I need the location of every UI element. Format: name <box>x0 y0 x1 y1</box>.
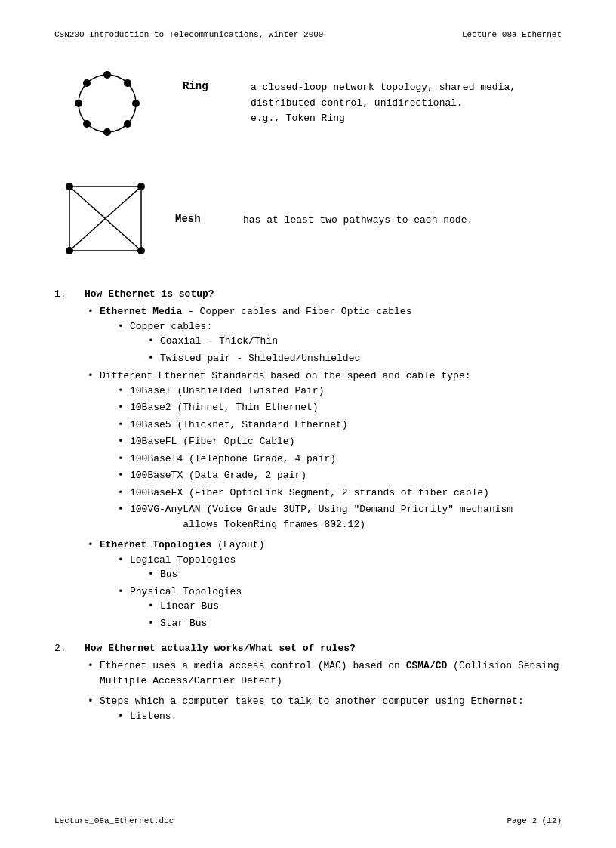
copper-cables-list: Copper cables: Coaxial - Thick/Thin Twis… <box>100 319 562 366</box>
topologies-label: Ethernet Topologies <box>100 539 211 550</box>
standard-100basetx: 100BaseTX (Data Grade, 2 pair) <box>115 468 562 483</box>
mesh-title: Mesh <box>175 213 220 225</box>
mesh-diagram-row: Mesh has at least two pathways to each n… <box>54 175 562 266</box>
standard-10base2: 10Base2 (Thinnet, Thin Ethernet) <box>115 400 562 415</box>
copper-subtypes: Coaxial - Thick/Thin Twisted pair - Shie… <box>130 334 562 365</box>
svg-point-15 <box>66 183 73 190</box>
svg-point-18 <box>137 247 145 254</box>
physical-list: Linear Bus Star Bus <box>130 599 562 631</box>
physical-topologies: Physical Topologies Linear Bus Star Bus <box>115 584 562 631</box>
coaxial-item: Coaxial - Thick/Thin <box>145 334 562 349</box>
svg-point-17 <box>66 247 73 254</box>
diagrams-section: Ring a closed-loop network topology, sha… <box>54 54 562 266</box>
ring-description: a closed-loop network topology, shared m… <box>251 80 516 127</box>
header-right: Lecture-08a Ethernet <box>462 30 562 39</box>
footer-right: Page 2 (12) <box>507 816 562 825</box>
section-1: 1. How Ethernet is setup? Ethernet Media… <box>54 288 562 634</box>
mesh-description: has at least two pathways to each node. <box>243 213 473 229</box>
list-item-ethernet-media: Ethernet Media - Copper cables and Fiber… <box>85 304 562 365</box>
mesh-desc-line1: has at least two pathways to each node. <box>243 213 473 229</box>
svg-point-6 <box>83 120 91 128</box>
ethernet-media-text: - Copper cables and Fiber Optic cables <box>182 306 411 317</box>
star-bus-item: Star Bus <box>145 616 562 631</box>
svg-point-5 <box>103 128 111 136</box>
logical-topologies: Logical Topologies Bus <box>115 553 562 582</box>
page-header: CSN200 Introduction to Telecommunication… <box>54 30 562 39</box>
section-1-title: How Ethernet is setup? <box>85 288 562 300</box>
ring-desc-line3: e.g., Token Ring <box>251 111 516 127</box>
standard-100vg: 100VG-AnyLAN (Voice Grade 3UTP, Using "D… <box>115 502 562 532</box>
steps-list: Listens. <box>100 709 562 724</box>
ethernet-media-label: Ethernet Media <box>100 306 182 317</box>
topologies-text: (Layout) <box>211 539 264 550</box>
svg-point-16 <box>137 183 145 190</box>
listens-item: Listens. <box>115 709 562 724</box>
standard-10baset: 10BaseT (Unshielded Twisted Pair) <box>115 384 562 399</box>
ring-diagram-row: Ring a closed-loop network topology, sha… <box>54 54 562 153</box>
section-2-title: How Ethernet actually works/What set of … <box>85 643 562 654</box>
mesh-label-area: Mesh has at least two pathways to each n… <box>175 213 473 229</box>
topologies-list: Logical Topologies Bus Physical Topologi… <box>100 553 562 631</box>
standards-list: 10BaseT (Unshielded Twisted Pair) 10Base… <box>100 384 562 532</box>
list-item-standards: Different Ethernet Standards based on th… <box>85 368 562 532</box>
ring-desc-line1: a closed-loop network topology, shared m… <box>251 80 516 96</box>
svg-point-7 <box>75 100 82 107</box>
svg-point-1 <box>103 71 111 79</box>
footer-left: Lecture_08a_Ethernet.doc <box>54 816 174 825</box>
svg-point-4 <box>124 120 131 128</box>
content-section: 1. How Ethernet is setup? Ethernet Media… <box>54 288 562 726</box>
section-1-list: Ethernet Media - Copper cables and Fiber… <box>85 304 562 631</box>
standard-100basefx: 100BaseFX (Fiber OpticLink Segment, 2 st… <box>115 486 562 501</box>
standard-100baset4: 100BaseT4 (Telephone Grade, 4 pair) <box>115 452 562 467</box>
svg-point-3 <box>132 100 140 107</box>
standard-10base5: 10Base5 (Thicknet, Standard Ethernet) <box>115 418 562 433</box>
twisted-pair-item: Twisted pair - Shielded/Unshielded <box>145 351 562 366</box>
list-item-topologies: Ethernet Topologies (Layout) Logical Top… <box>85 538 562 631</box>
ring-diagram-canvas <box>54 54 160 153</box>
ring-label-area: Ring a closed-loop network topology, sha… <box>183 80 516 127</box>
page-footer: Lecture_08a_Ethernet.doc Page 2 (12) <box>54 816 562 825</box>
ring-title: Ring <box>183 80 228 92</box>
standard-10basefl: 10BaseFL (Fiber Optic Cable) <box>115 434 562 449</box>
svg-point-2 <box>124 79 131 87</box>
linear-bus-item: Linear Bus <box>145 599 562 614</box>
bus-item: Bus <box>145 567 562 582</box>
csma-item: Ethernet uses a media access control (MA… <box>85 658 562 688</box>
section-2: 2. How Ethernet actually works/What set … <box>54 643 562 726</box>
section-2-number: 2. <box>54 643 77 726</box>
copper-cables-item: Copper cables: Coaxial - Thick/Thin Twis… <box>115 319 562 366</box>
section-2-list: Ethernet uses a media access control (MA… <box>85 658 562 723</box>
steps-item: Steps which a computer takes to talk to … <box>85 694 562 723</box>
csmacd-label: CSMA/CD <box>406 660 448 671</box>
mesh-diagram-canvas <box>54 175 152 266</box>
svg-point-8 <box>83 79 91 87</box>
logical-list: Bus <box>130 567 562 582</box>
section-1-content: How Ethernet is setup? Ethernet Media - … <box>85 288 562 634</box>
ring-desc-line2: distributed control, unidirectional. <box>251 96 516 112</box>
page: CSN200 Introduction to Telecommunication… <box>0 0 616 848</box>
section-1-number: 1. <box>54 288 77 634</box>
section-2-content: How Ethernet actually works/What set of … <box>85 643 562 726</box>
header-left: CSN200 Introduction to Telecommunication… <box>54 30 323 39</box>
